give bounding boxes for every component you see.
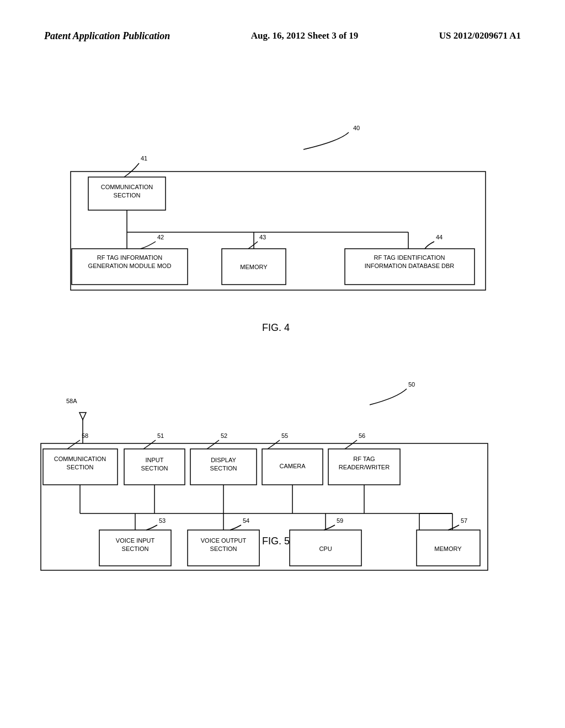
fig5-ref52: 52 xyxy=(221,432,227,439)
fig5-ref50-line xyxy=(370,389,407,405)
fig5-ref51-line xyxy=(143,440,156,449)
fig5-outer-box xyxy=(41,443,488,570)
header-center: Aug. 16, 2012 Sheet 3 of 19 xyxy=(251,30,359,41)
header-right: US 2012/0209671 A1 xyxy=(439,30,521,41)
fig5-ref58-line xyxy=(67,440,80,449)
page: Patent Application Publication Aug. 16, … xyxy=(0,0,565,728)
fig5-ref59-label: 59 xyxy=(337,517,343,524)
fig4-box41-text2: SECTION xyxy=(114,192,141,199)
diagrams-area: 40 41 COMMUNICATION SECTION 42 xyxy=(0,42,565,693)
fig5-ref50: 50 xyxy=(408,381,415,388)
fig5-label: FIG. 5 xyxy=(33,536,519,547)
fig5-antenna-symbol xyxy=(79,413,86,420)
fig5-ref53-line xyxy=(146,525,157,530)
fig5-ref56: 56 xyxy=(359,432,365,439)
fig5-box52-text1: DISPLAY xyxy=(211,457,236,463)
fig5-box51-text2: SECTION xyxy=(141,465,168,472)
fig5-ref57-line xyxy=(448,525,459,530)
fig5-box56-text2: READER/WRITER xyxy=(339,464,390,470)
fig5-box51-text1: INPUT xyxy=(146,457,164,463)
fig4-ref42: 42 xyxy=(157,234,164,240)
fig5-ref57-label: 57 xyxy=(461,517,467,524)
fig4-box42-text1: RF TAG INFORMATION xyxy=(97,254,163,261)
fig5-box58-text1: COMMUNICATION xyxy=(54,456,106,462)
fig4-label: FIG. 4 xyxy=(33,322,519,334)
header-left: Patent Application Publication xyxy=(44,30,170,42)
fig4-ref40-line xyxy=(303,132,349,149)
fig5-ref54-line xyxy=(230,525,241,530)
fig5-box56-text1: RF TAG xyxy=(353,456,375,462)
fig4-svg: 40 41 COMMUNICATION SECTION 42 xyxy=(33,114,519,318)
fig5-ref53-label: 53 xyxy=(159,517,166,524)
fig5-ref55-line xyxy=(268,440,280,449)
fig5-diagram: 50 58A 58 51 52 55 56 xyxy=(33,373,519,615)
fig4-ref44: 44 xyxy=(436,234,443,240)
fig4-ref41-line xyxy=(124,163,139,177)
fig5-ref52-line xyxy=(207,440,219,449)
fig5-box58-text2: SECTION xyxy=(67,464,94,470)
fig4-box41-text1: COMMUNICATION xyxy=(101,184,153,190)
fig4-ref43-line xyxy=(248,242,258,249)
fig4-diagram: 40 41 COMMUNICATION SECTION 42 xyxy=(33,114,519,323)
fig5-box55-text1: CAMERA xyxy=(279,463,306,469)
page-header: Patent Application Publication Aug. 16, … xyxy=(0,0,565,42)
fig5-svg: 50 58A 58 51 52 55 56 xyxy=(33,373,519,604)
fig4-ref43: 43 xyxy=(259,234,266,240)
fig4-ref44-line xyxy=(425,242,434,249)
fig4-box44-text1: RF TAG IDENTIFICATION xyxy=(374,254,445,261)
fig4-box43-text1: MEMORY xyxy=(240,264,268,270)
fig5-ref58A: 58A xyxy=(66,398,77,404)
fig4-box42-text2: GENERATION MODULE MOD xyxy=(88,263,172,269)
fig5-ref51: 51 xyxy=(157,432,164,439)
fig5-ref54-label: 54 xyxy=(243,517,249,524)
fig4-box44-text2: INFORMATION DATABASE DBR xyxy=(365,263,455,269)
fig4-ref40: 40 xyxy=(353,125,360,131)
fig4-ref42-line xyxy=(141,242,156,249)
fig4-ref41: 41 xyxy=(141,155,147,162)
fig5-box52-text2: SECTION xyxy=(210,465,237,472)
fig5-ref55: 55 xyxy=(281,432,288,439)
fig5-ref56-line xyxy=(345,440,357,449)
